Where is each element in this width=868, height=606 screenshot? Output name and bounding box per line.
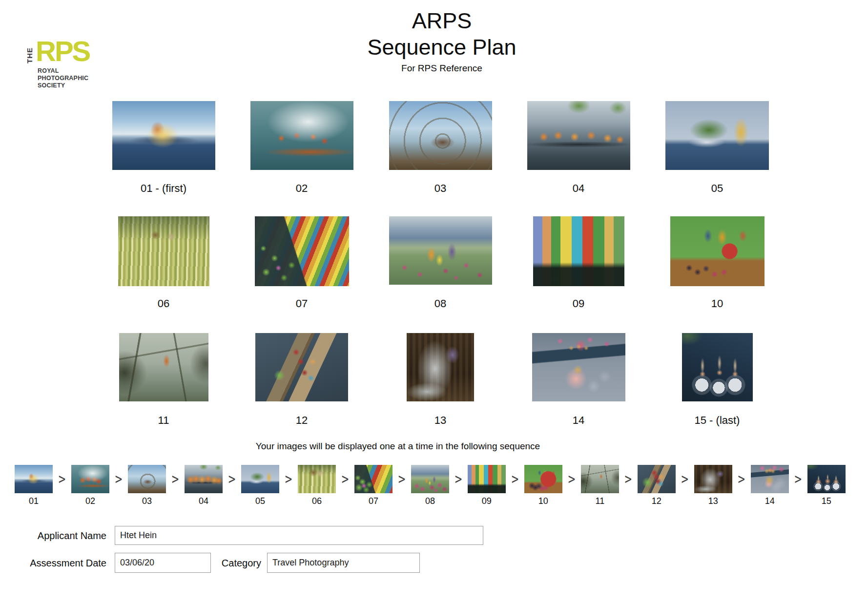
strip-thumb-12 [638,465,676,493]
arps-sequence-plan-page: THE RPS ROYAL PHOTOGRAPHIC SOCIETY ARPS … [0,0,868,606]
strip-item-02: 02 [71,465,109,506]
strip-item-09: 09 [468,465,506,506]
photo-12-label: 12 [296,414,308,427]
sequence-arrow-icon: > [512,472,518,486]
photo-02 [250,101,353,170]
photo-10-label: 10 [711,297,723,310]
strip-label-13: 13 [708,496,718,506]
assessment-date-label: Assessment Date [10,558,106,569]
strip-thumb-02 [71,465,109,493]
category-field[interactable]: Travel Photography [267,553,420,573]
photo-07 [255,216,349,286]
logo-rps-text: RPS [36,37,89,65]
strip-thumb-03 [128,465,166,493]
sequence-arrow-icon: > [455,472,462,486]
strip-thumb-06 [298,465,336,493]
photo-02-label: 02 [296,182,308,195]
sequence-arrow-icon: > [682,472,688,486]
sequence-strip: 01 > 02 > 03 > 04 > 05 > 06 > 07 [15,465,846,506]
photo-01 [112,101,215,170]
strip-thumb-04 [185,465,223,493]
strip-item-10: 10 [524,465,562,506]
applicant-name-label: Applicant Name [10,530,106,542]
sequence-arrow-icon: > [398,472,405,486]
photo-15-label: 15 - (last) [695,414,740,427]
photo-15 [682,333,753,401]
photo-11 [119,333,208,401]
strip-item-06: 06 [298,465,336,506]
photo-11-label: 11 [158,414,169,427]
photo-01-label: 01 - (first) [141,182,186,195]
photo-14-label: 14 [573,414,584,427]
photo-06-label: 06 [158,297,169,310]
strip-label-07: 07 [369,496,378,506]
grid-cell-04: 04 [520,101,637,195]
photo-03 [389,101,492,170]
grid-cell-09: 09 [520,216,637,310]
sequence-arrow-icon: > [285,472,292,486]
logo-line-society: SOCIETY [38,82,88,89]
strip-item-03: 03 [128,465,166,506]
sequence-arrow-icon: > [172,472,179,486]
photo-09-label: 09 [573,297,584,310]
logo-line-photographic: PHOTOGRAPHIC [38,75,88,82]
sequence-arrow-icon: > [228,472,235,486]
photo-05 [665,101,769,170]
strip-label-04: 04 [199,496,208,506]
strip-thumb-07 [354,465,393,493]
strip-label-14: 14 [765,496,775,506]
strip-label-09: 09 [482,496,492,506]
strip-thumb-11 [581,465,619,493]
sequence-arrow-icon: > [59,472,65,486]
logo-line-royal: ROYAL [38,67,88,75]
strip-item-15: 15 [807,465,846,506]
sequence-arrow-icon: > [795,472,802,486]
strip-label-08: 08 [425,496,435,506]
strip-item-05: 05 [241,465,279,506]
applicant-name-field[interactable]: Htet Hein [115,526,483,545]
grid-cell-15: 15 - (last) [659,333,776,427]
strip-label-03: 03 [142,496,152,506]
grid-cell-11: 11 [105,333,222,427]
strip-label-12: 12 [652,496,661,506]
category-label: Category [173,558,261,569]
sequence-arrow-icon: > [568,472,575,486]
strip-label-05: 05 [255,496,265,506]
photo-05-label: 05 [711,182,723,195]
photo-08 [389,216,492,285]
photo-04-label: 04 [573,182,584,195]
grid-cell-12: 12 [243,333,360,427]
strip-label-06: 06 [312,496,322,506]
sequence-arrow-icon: > [342,472,349,486]
strip-thumb-01 [15,465,53,493]
strip-label-01: 01 [29,496,39,506]
grid-cell-08: 08 [382,216,499,310]
photo-09 [533,216,624,286]
photo-08-label: 08 [434,297,446,310]
photo-03-label: 03 [434,182,446,195]
title-block: ARPS Sequence Plan For RPS Reference [367,8,516,74]
sequence-arrow-icon: > [115,472,122,486]
photo-06 [118,216,209,286]
grid-cell-14: 14 [520,333,637,427]
strip-thumb-08 [411,465,449,493]
rps-logo: THE RPS ROYAL PHOTOGRAPHIC SOCIETY [0,0,112,93]
strip-thumb-14 [751,465,789,493]
strip-label-15: 15 [822,496,831,506]
strip-item-04: 04 [185,465,223,506]
strip-item-01: 01 [15,465,53,506]
page-subtitle: Sequence Plan [367,34,516,61]
photo-04 [527,101,630,170]
sequence-arrow-icon: > [625,472,632,486]
strip-thumb-09 [468,465,506,493]
strip-item-08: 08 [411,465,449,506]
page-title: ARPS [367,8,516,34]
photo-07-label: 07 [296,297,308,310]
grid-cell-06: 06 [105,216,222,310]
photo-14 [532,333,625,401]
logo-society-text: ROYAL PHOTOGRAPHIC SOCIETY [38,67,88,89]
sequence-arrow-icon: > [738,472,745,486]
logo-the-text: THE [25,47,34,63]
strip-item-13: 13 [694,465,732,506]
grid-cell-07: 07 [243,216,360,310]
